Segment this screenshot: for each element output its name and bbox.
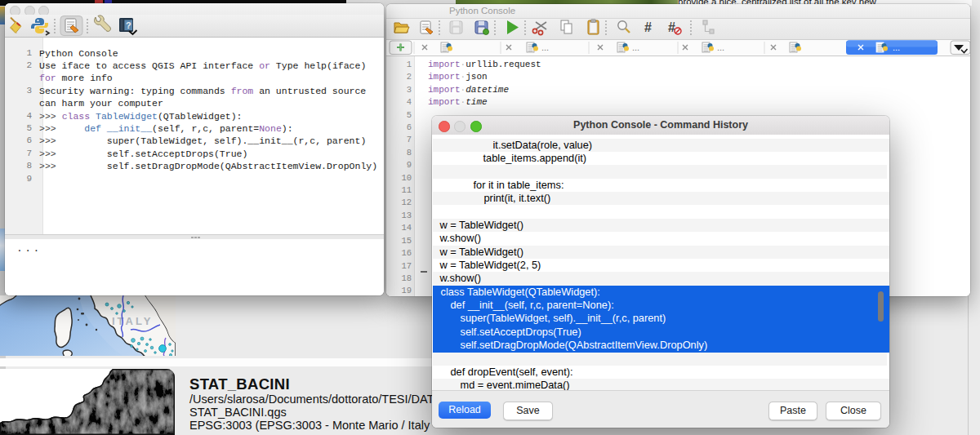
svg-text:ITALY: ITALY — [112, 315, 153, 327]
svg-text:...: ... — [541, 42, 549, 52]
svg-text:...: ... — [717, 42, 724, 52]
svg-text:?: ? — [126, 20, 131, 30]
svg-text:...: ... — [632, 42, 639, 52]
svg-text:...: ... — [893, 42, 900, 52]
svg-text:#: # — [644, 20, 652, 34]
